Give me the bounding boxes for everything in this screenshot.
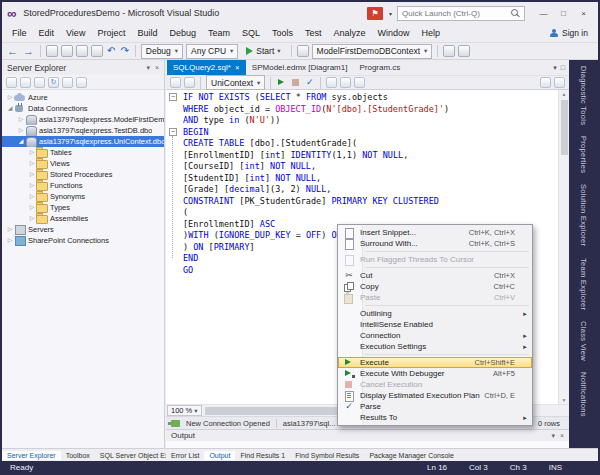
- panel-tab-find-symbol-results[interactable]: Find Symbol Results: [290, 451, 364, 460]
- expand-arrow-icon[interactable]: ▷: [17, 114, 25, 125]
- active-files-icon[interactable]: ▾: [553, 64, 557, 72]
- minimize-button[interactable]: —: [534, 6, 553, 21]
- collapse-arrow-icon[interactable]: ◢: [6, 103, 14, 114]
- menu-item-build[interactable]: Build: [131, 26, 163, 40]
- menu-item-test[interactable]: Test: [299, 26, 328, 40]
- collapse-arrow-icon[interactable]: ◢: [17, 136, 25, 147]
- dock-tab-toolbox[interactable]: Toolbox: [61, 451, 95, 460]
- notifications-flag-icon[interactable]: ⚑: [367, 7, 383, 20]
- context-menu-item-results-to[interactable]: Results To▸: [338, 412, 532, 423]
- context-menu-item-execute-with-debugger[interactable]: Execute With DebuggerAlt+F5: [338, 368, 532, 379]
- delete-icon[interactable]: [76, 77, 87, 88]
- context-menu-item-intellisense-enabled[interactable]: IntelliSense Enabled: [338, 319, 532, 330]
- tree-item-views[interactable]: ▷Views: [2, 158, 164, 169]
- close-panel-icon[interactable]: ×: [155, 64, 159, 71]
- side-tab-team-explorer[interactable]: Team Explorer: [578, 254, 589, 314]
- menu-item-view[interactable]: View: [60, 26, 91, 40]
- menu-item-project[interactable]: Project: [91, 26, 131, 40]
- tab-sqlquery2-sql[interactable]: SQLQuery2.sql*✕: [167, 60, 246, 75]
- tree-item-assemblies[interactable]: ▷Assemblies: [2, 213, 164, 224]
- execution-plan-icon[interactable]: [354, 77, 365, 88]
- side-tab-diagnostic-tools[interactable]: Diagnostic Tools: [578, 62, 589, 129]
- execute-icon[interactable]: [276, 77, 287, 88]
- parse-icon[interactable]: ✓: [304, 77, 315, 88]
- tree-item-tables[interactable]: ▷Tables: [2, 147, 164, 158]
- new-file-icon[interactable]: [46, 45, 58, 57]
- help-icon[interactable]: [554, 77, 565, 88]
- expand-arrow-icon[interactable]: ▷: [28, 147, 36, 158]
- menu-item-edit[interactable]: Edit: [33, 26, 61, 40]
- solution-configurations-dropdown[interactable]: Debug ▾: [141, 44, 183, 59]
- disconnect-database-icon[interactable]: [184, 77, 195, 88]
- expand-arrow-icon[interactable]: ▷: [28, 202, 36, 213]
- results-text-icon[interactable]: [340, 77, 351, 88]
- dbcontext-dropdown[interactable]: ModelFirstDemoDBContext ▾: [312, 44, 433, 59]
- panel-tab-package-manager-console[interactable]: Package Manager Console: [364, 451, 458, 460]
- context-menu-item-connection[interactable]: Connection▸: [338, 330, 532, 341]
- expand-arrow-icon[interactable]: ▷: [17, 125, 25, 136]
- save-icon[interactable]: [76, 45, 88, 57]
- side-tab-properties[interactable]: Properties: [578, 132, 589, 177]
- context-menu-item-insert-snippet[interactable]: Insert Snippet...Ctrl+K, Ctrl+X: [338, 227, 532, 238]
- menu-item-window[interactable]: Window: [372, 26, 416, 40]
- sign-in[interactable]: Sign in: [549, 28, 594, 38]
- quick-launch-box[interactable]: Quick Launch (Ctrl-Q): [397, 6, 525, 21]
- expand-arrow-icon[interactable]: ▷: [28, 180, 36, 191]
- tree-item-sharepoint-connections[interactable]: ▷SharePoint Connections: [2, 235, 164, 246]
- dock-tab-sql-server-object-explorer[interactable]: SQL Server Object Explorer: [95, 451, 166, 460]
- tree-item-stored-procedures[interactable]: ▷Stored Procedures: [2, 169, 164, 180]
- panel-tab-output[interactable]: Output: [204, 451, 235, 460]
- tree-item-asia13797-sqlexpress-unicontext-dbo[interactable]: ◢asia13797\sqlexpress.UniContext.dbo: [2, 136, 164, 147]
- scroll-up-icon[interactable]: ▲: [559, 90, 569, 98]
- cancel-execution-icon[interactable]: [290, 77, 301, 88]
- zoom-dropdown[interactable]: 100 % ▾: [167, 405, 202, 416]
- database-dropdown[interactable]: UniContext ▾: [206, 75, 265, 90]
- undo-icon[interactable]: ↶: [106, 46, 116, 56]
- expand-arrow-icon[interactable]: ▷: [6, 224, 14, 235]
- tree-item-functions[interactable]: ▷Functions: [2, 180, 164, 191]
- build-icon[interactable]: [297, 45, 309, 57]
- open-file-icon[interactable]: [61, 45, 73, 57]
- menu-item-help[interactable]: Help: [416, 26, 447, 40]
- context-menu-item-cut[interactable]: ✂CutCtrl+X: [338, 270, 532, 281]
- context-menu-item-execution-settings[interactable]: Execution Settings▸: [338, 341, 532, 352]
- tree-item-servers[interactable]: ▷Servers: [2, 224, 164, 235]
- maximize-button[interactable]: □: [554, 6, 573, 21]
- dock-tab-server-explorer[interactable]: Server Explorer: [2, 451, 61, 460]
- expand-arrow-icon[interactable]: ▷: [28, 158, 36, 169]
- menu-item-analyze[interactable]: Analyze: [328, 26, 372, 40]
- navigate-back-icon[interactable]: ←: [6, 46, 19, 57]
- context-menu-item-copy[interactable]: CopyCtrl+C: [338, 281, 532, 292]
- comment-icon[interactable]: [458, 45, 470, 57]
- tree-item-synonyms[interactable]: ▷Synonyms: [2, 191, 164, 202]
- vertical-scrollbar[interactable]: ▲ ▼: [558, 90, 569, 404]
- expand-arrow-icon[interactable]: ▷: [6, 92, 14, 103]
- expand-arrow-icon[interactable]: ▷: [28, 169, 36, 180]
- menu-item-debug[interactable]: Debug: [163, 26, 202, 40]
- solution-platforms-dropdown[interactable]: Any CPU ▾: [186, 44, 238, 59]
- float-window-icon[interactable]: □: [561, 64, 565, 71]
- connect-database-icon[interactable]: [6, 77, 17, 88]
- side-tab-class-view[interactable]: Class View: [578, 317, 589, 365]
- expand-arrow-icon[interactable]: ▷: [6, 235, 14, 246]
- stop-refresh-icon[interactable]: [62, 77, 73, 88]
- expand-arrow-icon[interactable]: ▷: [28, 213, 36, 224]
- save-all-icon[interactable]: [91, 45, 103, 57]
- navigate-forward-icon[interactable]: →: [22, 46, 35, 57]
- connect-database-icon[interactable]: [170, 77, 181, 88]
- redo-icon[interactable]: ↷: [119, 46, 129, 56]
- panel-tab-error-list[interactable]: Error List: [166, 451, 204, 460]
- menu-item-file[interactable]: File: [6, 26, 33, 40]
- collapse-region-icon[interactable]: −: [169, 93, 177, 101]
- menu-item-tools[interactable]: Tools: [266, 26, 299, 40]
- tab-spmodel-edmx-diagram1[interactable]: SPModel.edmx [Diagram1]: [246, 60, 354, 75]
- context-menu-item-display-estimated-execution-plan[interactable]: Display Estimated Execution PlanCtrl+D, …: [338, 390, 532, 401]
- context-menu-item-outlining[interactable]: Outlining▸: [338, 308, 532, 319]
- tree-item-asia13797-sqlexpress-modelfirstdemodb-dbo[interactable]: ▷asia13797\sqlexpress.ModelFirstDemoDB.d…: [2, 114, 164, 125]
- collapse-region-icon[interactable]: −: [169, 128, 177, 136]
- context-menu-item-surround-with[interactable]: Surround With...Ctrl+K, Ctrl+S: [338, 238, 532, 249]
- tree-item-asia13797-sqlexpress-testdb-dbo[interactable]: ▷asia13797\sqlexpress.TestDB.dbo: [2, 125, 164, 136]
- window-position-icon[interactable]: ▾: [551, 432, 555, 440]
- menu-item-team[interactable]: Team: [202, 26, 236, 40]
- panel-tab-find-results-1[interactable]: Find Results 1: [235, 451, 290, 460]
